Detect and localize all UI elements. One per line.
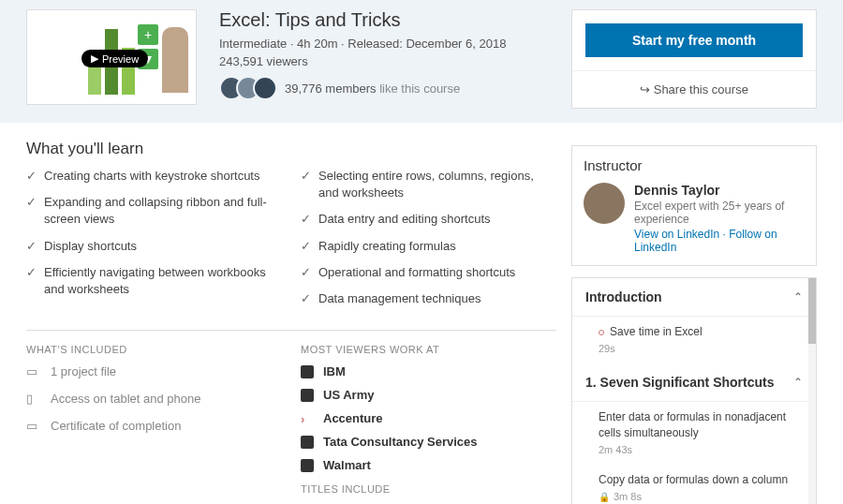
view-linkedin-link[interactable]: View on LinkedIn xyxy=(634,228,719,241)
share-course-button[interactable]: ↪ Share this course xyxy=(572,70,816,108)
check-icon: ✓ xyxy=(26,168,37,185)
toc-item[interactable]: Copy data or formulas down a column🔒 3m … xyxy=(572,465,816,504)
learn-heading: What you'll learn xyxy=(26,140,556,158)
viewers-work-label: MOST VIEWERS WORK AT xyxy=(301,344,556,355)
company-icon xyxy=(301,436,314,449)
learn-item: ✓Efficiently navigating between workbook… xyxy=(26,264,282,298)
titles-include-label: TITLES INCLUDE xyxy=(301,483,556,495)
toc-section-header[interactable]: Introduction⌃ xyxy=(572,278,816,317)
learn-item: ✓Data entry and editing shortcuts xyxy=(301,211,556,228)
company-item: ›Accenture xyxy=(301,411,556,425)
instructor-avatar[interactable] xyxy=(584,183,625,224)
company-item: US Army xyxy=(301,388,556,402)
toc-item[interactable]: Save time in Excel29s xyxy=(572,317,816,363)
company-icon xyxy=(301,389,314,402)
instructor-name[interactable]: Dennis Taylor xyxy=(634,183,805,198)
likes-row[interactable]: 39,776 members like this course xyxy=(219,76,556,100)
check-icon: ✓ xyxy=(301,168,311,201)
chevron-up-icon: ⌃ xyxy=(793,290,803,304)
play-icon: ▶ xyxy=(91,52,98,65)
lock-icon: 🔒 xyxy=(599,491,610,504)
learn-item: ✓Data management techniques xyxy=(301,290,556,307)
plus-icon: + xyxy=(138,24,158,45)
check-icon: ✓ xyxy=(26,194,37,228)
learn-item: ✓Creating charts with keystroke shortcut… xyxy=(26,168,282,185)
company-item: Tata Consultancy Services xyxy=(301,435,556,449)
chevron-up-icon: ⌃ xyxy=(793,376,803,389)
instructor-subtitle: Excel expert with 25+ years of experienc… xyxy=(634,200,805,226)
check-icon: ✓ xyxy=(301,211,311,228)
learn-item: ✓Expanding and collapsing ribbon and ful… xyxy=(26,194,282,228)
included-item: ▭Certificate of completion xyxy=(26,419,282,433)
included-item: ▭1 project file xyxy=(26,364,282,378)
avatar xyxy=(253,76,277,100)
company-icon xyxy=(301,459,314,472)
toc-box: Introduction⌃Save time in Excel29s1. Sev… xyxy=(571,277,817,504)
preview-label: Preview xyxy=(102,53,139,65)
viewers-count: 243,591 viewers xyxy=(219,54,556,68)
company-item: Walmart xyxy=(301,458,556,472)
learn-item: ✓Operational and formatting shortcuts xyxy=(301,264,556,281)
check-icon: ✓ xyxy=(301,290,311,307)
company-icon xyxy=(301,365,314,378)
scrollbar[interactable] xyxy=(808,278,816,504)
learn-item: ✓Display shortcuts xyxy=(26,238,282,255)
course-thumbnail[interactable]: + ▼ ▶ Preview xyxy=(26,9,197,105)
included-icon: ▭ xyxy=(26,419,41,433)
course-meta-line: Intermediate · 4h 20m · Released: Decemb… xyxy=(219,37,556,51)
instructor-box: Instructor Dennis Taylor Excel expert wi… xyxy=(571,145,817,266)
company-icon: › xyxy=(301,412,314,425)
included-item: ▯Access on tablet and phone xyxy=(26,392,282,406)
check-icon: ✓ xyxy=(26,264,37,298)
cta-box: Start my free month ↪ Share this course xyxy=(571,9,817,109)
instructor-label: Instructor xyxy=(584,157,805,173)
toc-item[interactable]: Enter data or formulas in nonadjacent ce… xyxy=(572,402,816,465)
included-icon: ▭ xyxy=(26,364,41,378)
check-icon: ✓ xyxy=(301,264,311,281)
presenter-figure xyxy=(162,27,188,93)
check-icon: ✓ xyxy=(26,238,37,255)
learn-item: ✓Selecting entire rows, columns, regions… xyxy=(301,168,556,201)
included-label: WHAT'S INCLUDED xyxy=(26,344,282,355)
toc-section-header[interactable]: 1. Seven Significant Shortcuts⌃ xyxy=(572,363,816,402)
preview-button[interactable]: ▶ Preview xyxy=(81,50,148,67)
course-title: Excel: Tips and Tricks xyxy=(219,9,556,31)
start-free-month-button[interactable]: Start my free month xyxy=(585,23,803,57)
learn-item: ✓Rapidly creating formulas xyxy=(301,238,556,255)
included-icon: ▯ xyxy=(26,392,41,406)
share-icon: ↪ xyxy=(640,82,650,96)
company-item: IBM xyxy=(301,364,556,378)
check-icon: ✓ xyxy=(301,238,311,255)
